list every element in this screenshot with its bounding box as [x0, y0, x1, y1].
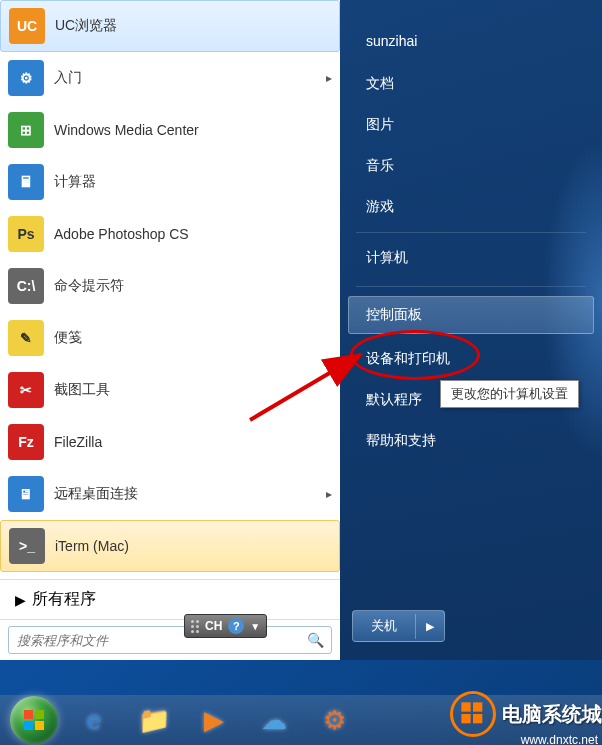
tooltip: 更改您的计算机设置: [440, 380, 579, 408]
snipping-tool-icon: ✂: [8, 372, 44, 408]
program-label: Windows Media Center: [54, 122, 199, 138]
program-label: 便笺: [54, 329, 82, 347]
start-menu: UCUC浏览器⚙入门⊞Windows Media Center🖩计算器PsAdo…: [0, 0, 602, 660]
ime-help-icon[interactable]: ?: [228, 618, 244, 634]
calculator-icon: 🖩: [8, 164, 44, 200]
program-item-9[interactable]: 🖥远程桌面连接: [0, 468, 340, 520]
windows-orb-icon: [10, 696, 58, 744]
control-panel-link[interactable]: 控制面板: [348, 296, 594, 334]
svg-rect-3: [24, 721, 33, 730]
sticky-notes-icon: ✎: [8, 320, 44, 356]
right-item-音乐[interactable]: 音乐: [348, 147, 594, 185]
program-item-4[interactable]: PsAdobe Photoshop CS: [0, 208, 340, 260]
program-label: 截图工具: [54, 381, 110, 399]
filezilla-icon: Fz: [8, 424, 44, 460]
program-item-1[interactable]: ⚙入门: [0, 52, 340, 104]
start-menu-left-panel: UCUC浏览器⚙入门⊞Windows Media Center🖩计算器PsAdo…: [0, 0, 340, 660]
search-box: 🔍: [0, 619, 340, 660]
right-item-文档[interactable]: 文档: [348, 65, 594, 103]
start-menu-right-panel: sunzihai 文档图片音乐游戏计算机 控制面板 设备和打印机默认程序帮助和支…: [340, 0, 602, 660]
search-input[interactable]: [8, 626, 332, 654]
program-list: UCUC浏览器⚙入门⊞Windows Media Center🖩计算器PsAdo…: [0, 0, 340, 579]
right-item-帮助和支持[interactable]: 帮助和支持: [348, 422, 594, 460]
taskbar-explorer-icon[interactable]: 📁: [126, 699, 182, 741]
program-item-5[interactable]: C:\命令提示符: [0, 260, 340, 312]
search-icon: 🔍: [307, 632, 324, 648]
explorer-icon: 📁: [138, 705, 170, 736]
all-programs-button[interactable]: ▶ 所有程序: [0, 579, 340, 619]
cmd-icon: C:\: [8, 268, 44, 304]
cloud-icon: ☁: [261, 705, 287, 736]
separator: [356, 232, 586, 233]
program-item-8[interactable]: FzFileZilla: [0, 416, 340, 468]
shutdown-label: 关机: [353, 611, 415, 641]
svg-rect-4: [35, 721, 44, 730]
start-button[interactable]: [6, 699, 62, 741]
right-item-游戏[interactable]: 游戏: [348, 188, 594, 226]
svg-rect-1: [24, 710, 33, 719]
ime-dropdown-icon[interactable]: ▼: [250, 621, 260, 632]
ime-toolbar[interactable]: CH ? ▼: [184, 614, 267, 638]
uc-browser-icon: UC: [9, 8, 45, 44]
getting-started-icon: ⚙: [8, 60, 44, 96]
user-name-link[interactable]: sunzihai: [348, 23, 594, 59]
program-item-3[interactable]: 🖩计算器: [0, 156, 340, 208]
svg-rect-2: [35, 710, 44, 719]
taskbar-settings-icon[interactable]: ⚙: [306, 699, 362, 741]
ime-language-label[interactable]: CH: [205, 619, 222, 633]
shutdown-button[interactable]: 关机 ▶: [352, 610, 445, 642]
separator: [356, 286, 586, 287]
taskbar-media-player-icon[interactable]: ▶: [186, 699, 242, 741]
program-label: FileZilla: [54, 434, 102, 450]
ie-icon: e: [87, 705, 101, 736]
program-item-10[interactable]: >_iTerm (Mac): [0, 520, 340, 572]
right-item-设备和打印机[interactable]: 设备和打印机: [348, 340, 594, 378]
media-player-icon: ▶: [204, 705, 224, 736]
photoshop-icon: Ps: [8, 216, 44, 252]
program-label: Adobe Photoshop CS: [54, 226, 189, 242]
program-item-6[interactable]: ✎便笺: [0, 312, 340, 364]
program-item-2[interactable]: ⊞Windows Media Center: [0, 104, 340, 156]
right-item-计算机[interactable]: 计算机: [348, 239, 594, 277]
shutdown-options-arrow[interactable]: ▶: [415, 614, 444, 639]
right-item-图片[interactable]: 图片: [348, 106, 594, 144]
program-label: UC浏览器: [55, 17, 117, 35]
media-center-icon: ⊞: [8, 112, 44, 148]
taskbar-cloud-icon[interactable]: ☁: [246, 699, 302, 741]
all-programs-label: 所有程序: [32, 589, 96, 610]
program-label: 命令提示符: [54, 277, 124, 295]
program-item-7[interactable]: ✂截图工具: [0, 364, 340, 416]
program-item-0[interactable]: UCUC浏览器: [0, 0, 340, 52]
program-label: 计算器: [54, 173, 96, 191]
program-label: iTerm (Mac): [55, 538, 129, 554]
program-label: 入门: [54, 69, 82, 87]
arrow-right-icon: ▶: [8, 592, 32, 608]
watermark-url: www.dnxtc.net: [521, 733, 598, 745]
iterm-icon: >_: [9, 528, 45, 564]
settings-icon: ⚙: [323, 705, 346, 736]
program-label: 远程桌面连接: [54, 485, 138, 503]
taskbar: e📁▶☁⚙: [0, 695, 602, 745]
taskbar-ie-icon[interactable]: e: [66, 699, 122, 741]
remote-desktop-icon: 🖥: [8, 476, 44, 512]
